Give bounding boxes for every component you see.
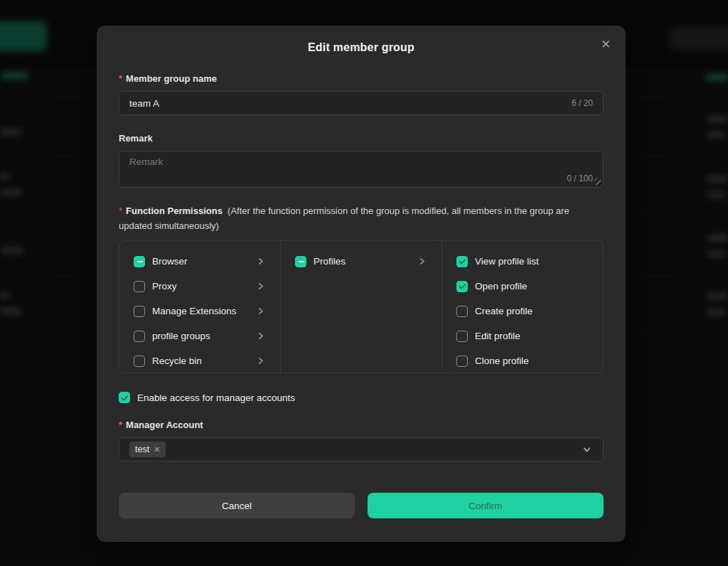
remark-field: 0 / 100: [119, 151, 604, 188]
required-mark: *: [119, 205, 122, 216]
perm-item-browser[interactable]: Browser: [119, 249, 280, 274]
remark-counter: 0 / 100: [567, 173, 593, 183]
checkbox-indeterminate-icon[interactable]: [295, 256, 306, 267]
group-name-counter: 6 / 20: [572, 98, 593, 108]
perm-item-view-profile-list[interactable]: View profile list: [442, 249, 603, 274]
checkbox-unchecked-icon[interactable]: [134, 281, 145, 292]
perm-item-manage-extensions[interactable]: Manage Extensions: [119, 299, 280, 324]
enable-manager-access-row[interactable]: Enable access for manager accounts: [119, 392, 604, 403]
function-permissions-label: Function Permissions: [126, 205, 223, 216]
manager-account-label: * Manager Account: [119, 420, 604, 430]
chevron-right-icon[interactable]: [257, 332, 264, 340]
remark-textarea[interactable]: [129, 156, 593, 175]
tag-remove-icon[interactable]: ✕: [154, 446, 160, 454]
confirm-button[interactable]: Confirm: [368, 493, 604, 518]
group-name-input[interactable]: [129, 98, 572, 109]
perm-item-open-profile[interactable]: Open profile: [442, 274, 603, 299]
group-name-field: 6 / 20: [119, 91, 604, 115]
permissions-column-1: Browser Proxy Manage Extensions: [119, 241, 281, 373]
perm-item-recycle-bin[interactable]: Recycle bin: [119, 348, 280, 373]
checkbox-unchecked-icon[interactable]: [134, 331, 145, 342]
chevron-right-icon[interactable]: [257, 357, 264, 365]
permissions-column-3: View profile list Open profile Create pr…: [442, 241, 603, 373]
textarea-resize-handle[interactable]: [594, 178, 601, 185]
checkbox-checked-icon[interactable]: [456, 281, 468, 292]
checkbox-checked-icon[interactable]: [456, 256, 468, 267]
permissions-tree: Browser Proxy Manage Extensions: [119, 240, 604, 373]
remark-label: Remark: [119, 133, 604, 144]
checkbox-checked-icon[interactable]: [119, 392, 130, 403]
cancel-button[interactable]: Cancel: [119, 493, 355, 518]
checkbox-unchecked-icon[interactable]: [456, 331, 468, 342]
chevron-right-icon[interactable]: [257, 282, 264, 290]
required-mark: *: [119, 73, 122, 84]
close-icon[interactable]: ✕: [597, 36, 614, 53]
chevron-down-icon: [582, 445, 592, 454]
checkbox-unchecked-icon[interactable]: [134, 306, 145, 317]
checkbox-unchecked-icon[interactable]: [456, 356, 468, 367]
checkbox-unchecked-icon[interactable]: [456, 306, 468, 317]
chevron-right-icon[interactable]: [257, 257, 264, 265]
function-permissions-heading: *Function Permissions (After the functio…: [119, 203, 604, 233]
checkbox-unchecked-icon[interactable]: [134, 356, 145, 367]
perm-item-profiles[interactable]: Profiles: [281, 249, 441, 274]
perm-item-profile-groups[interactable]: profile groups: [119, 324, 280, 348]
chevron-right-icon[interactable]: [257, 307, 264, 315]
chevron-right-icon[interactable]: [418, 257, 426, 265]
required-mark: *: [119, 420, 122, 430]
manager-account-select[interactable]: test ✕: [119, 437, 604, 461]
perm-item-proxy[interactable]: Proxy: [119, 274, 280, 299]
dialog-title: Edit member group: [119, 26, 604, 54]
checkbox-indeterminate-icon[interactable]: [134, 256, 145, 267]
permissions-column-2: Profiles: [281, 241, 442, 373]
selected-tag: test ✕: [129, 442, 166, 457]
dialog-actions: Cancel Confirm: [119, 493, 604, 518]
perm-item-clone-profile[interactable]: Clone profile: [442, 348, 603, 373]
perm-item-edit-profile[interactable]: Edit profile: [442, 324, 603, 348]
edit-member-group-dialog: ✕ Edit member group * Member group name …: [97, 26, 626, 542]
perm-item-create-profile[interactable]: Create profile: [442, 299, 603, 324]
group-name-label: * Member group name: [119, 73, 604, 84]
